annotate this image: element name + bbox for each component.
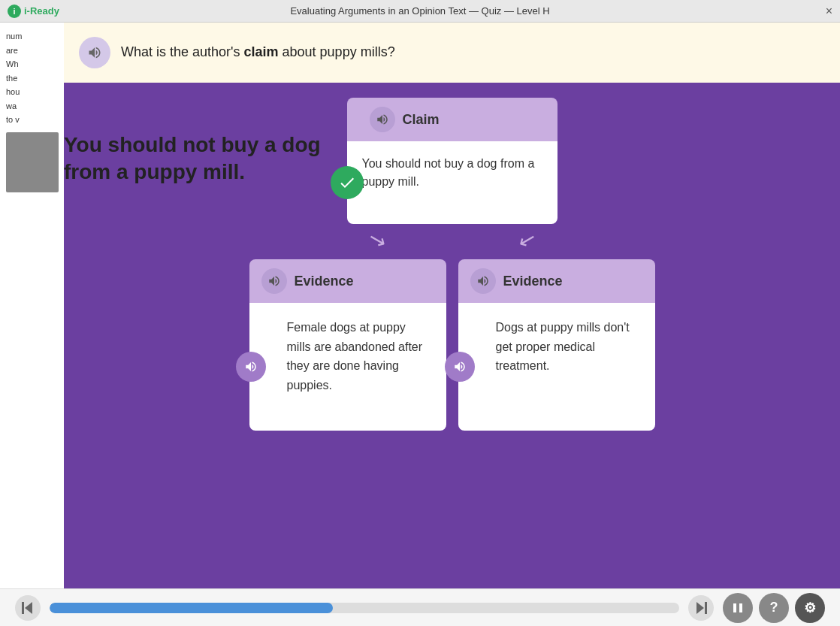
checkmark-icon: [338, 174, 356, 192]
evidence-2-speaker-icon: [476, 274, 490, 288]
progress-bar-fill: [50, 603, 333, 613]
evidence-1-speaker-button[interactable]: [261, 268, 287, 294]
evidence-2-body-speaker-icon: [453, 360, 467, 373]
pause-icon: [732, 602, 744, 614]
evidence-row: Evidence Female dogs at puppy mills are …: [249, 259, 655, 431]
svg-rect-1: [22, 602, 24, 614]
logo-icon: i: [8, 5, 21, 18]
evidence-1-body-speaker-icon: [244, 360, 258, 373]
claim-section: Claim You should not buy a dog from a pu…: [347, 98, 557, 224]
right-arrow-connector: ↙: [515, 225, 539, 254]
quiz-area: What is the author's claim about puppy m…: [64, 23, 840, 588]
left-arrow-connector: ↘: [365, 225, 388, 254]
evidence-1-label: Evidence: [295, 274, 354, 289]
evidence-2-speaker-button[interactable]: [470, 268, 496, 294]
toolbar-right: ? ⚙: [723, 593, 825, 623]
claim-body-text: You should not buy a dog from a puppy mi…: [362, 157, 535, 188]
title-bar: i i-Ready Evaluating Arguments in an Opi…: [0, 0, 840, 23]
question-bold-word: claim: [244, 44, 279, 59]
skip-forward-button[interactable]: [688, 595, 714, 621]
skip-back-icon: [22, 602, 34, 614]
evidence-2-header: Evidence: [458, 259, 655, 303]
evidence-1-body-speaker-button[interactable]: [236, 352, 266, 382]
article-line-6: wa: [6, 100, 62, 113]
question-text-before: What is the author's: [121, 44, 244, 59]
correct-checkmark: [331, 166, 364, 199]
pause-button[interactable]: [723, 593, 753, 623]
article-line-7: to v: [6, 113, 62, 126]
article-line-1: num: [6, 30, 62, 43]
help-button[interactable]: ?: [759, 593, 789, 623]
article-line-3: Wh: [6, 58, 62, 71]
svg-rect-6: [739, 603, 742, 612]
svg-marker-4: [696, 602, 704, 614]
evidence-2-body-text: Dogs at puppy mills don't get proper med…: [496, 321, 630, 372]
window-title: Evaluating Arguments in an Opinion Text …: [290, 5, 549, 17]
evidence-2-body: Dogs at puppy mills don't get proper med…: [458, 303, 655, 431]
settings-button[interactable]: ⚙: [795, 593, 825, 623]
article-image: [6, 132, 59, 192]
evidence-block-1: Evidence Female dogs at puppy mills are …: [249, 259, 446, 431]
evidence-1-body: Female dogs at puppy mills are abandoned…: [249, 303, 446, 431]
article-panel: num are Wh the hou wa to v: [0, 23, 68, 588]
claim-label: Claim: [403, 112, 440, 128]
svg-rect-3: [705, 602, 707, 614]
speaker-icon: [87, 45, 102, 60]
claim-speaker-button[interactable]: [370, 107, 395, 132]
skip-back-button[interactable]: [15, 595, 41, 621]
evidence-1-header: Evidence: [249, 259, 446, 303]
evidence-block-2: Evidence Dogs at puppy mills don't get p…: [458, 259, 655, 431]
app-name: i-Ready: [24, 5, 59, 17]
evidence-2-body-speaker-button[interactable]: [445, 352, 475, 382]
svg-marker-2: [25, 602, 32, 614]
question-text: What is the author's claim about puppy m…: [121, 43, 395, 62]
bottom-toolbar: ? ⚙: [0, 588, 840, 626]
article-line-4: the: [6, 72, 62, 85]
evidence-1-speaker-icon: [267, 274, 281, 288]
skip-forward-icon: [695, 602, 707, 614]
arrows-row: ↘ ↙: [257, 227, 648, 252]
question-banner: What is the author's claim about puppy m…: [64, 23, 840, 83]
question-speaker-button[interactable]: [79, 37, 110, 68]
evidence-1-body-text: Female dogs at puppy mills are abandoned…: [287, 321, 423, 392]
claim-header: Claim: [347, 98, 557, 141]
claim-speaker-icon: [376, 113, 389, 126]
claim-body: You should not buy a dog from a puppy mi…: [347, 141, 557, 224]
evidence-2-label: Evidence: [503, 274, 563, 289]
question-text-after: about puppy mills?: [279, 44, 395, 59]
article-line-2: are: [6, 44, 62, 57]
article-line-5: hou: [6, 86, 62, 98]
app-logo: i i-Ready: [8, 5, 59, 18]
progress-bar-container[interactable]: [50, 603, 679, 613]
diagram-container: Claim You should not buy a dog from a pu…: [64, 83, 840, 588]
close-button[interactable]: ×: [826, 5, 832, 18]
svg-rect-5: [733, 603, 736, 612]
